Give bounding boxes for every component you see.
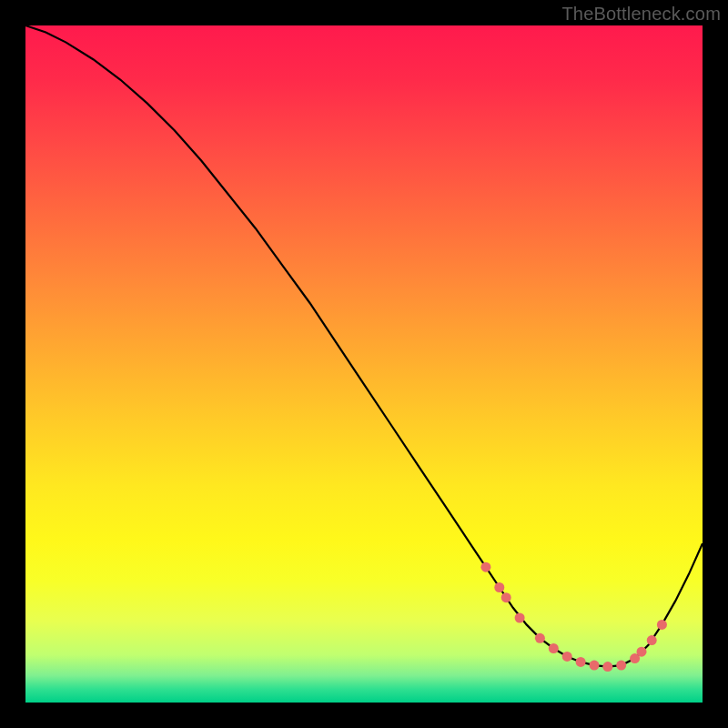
marker-dot: [535, 633, 545, 643]
highlight-markers: [480, 562, 667, 672]
marker-dot: [549, 643, 559, 653]
marker-dot: [657, 620, 667, 630]
chart-svg: [25, 25, 703, 703]
marker-dot: [637, 647, 647, 657]
chart-frame: TheBottleneck.com: [0, 0, 728, 728]
marker-dot: [501, 592, 511, 602]
watermark-text: TheBottleneck.com: [561, 4, 721, 25]
marker-dot: [494, 582, 504, 592]
marker-dot: [647, 635, 657, 645]
marker-dot: [515, 613, 525, 623]
marker-dot: [480, 562, 490, 572]
plot-area: [25, 25, 703, 703]
marker-dot: [576, 657, 586, 667]
marker-dot: [562, 652, 572, 662]
marker-dot: [616, 661, 626, 671]
marker-dot: [590, 661, 600, 671]
marker-dot: [602, 662, 612, 672]
bottleneck-curve: [25, 25, 703, 667]
